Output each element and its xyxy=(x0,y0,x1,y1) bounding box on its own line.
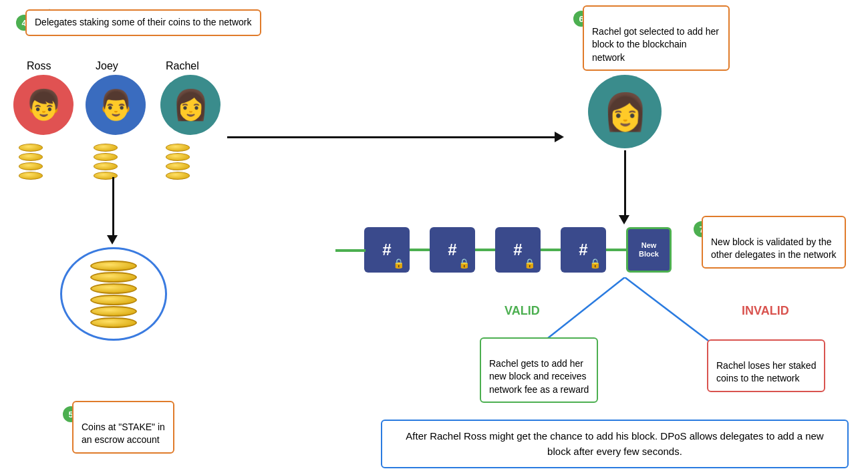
rachel-label-left: Rachel xyxy=(166,60,199,72)
block-1: # 🔒 xyxy=(364,227,410,273)
ross-label: Ross xyxy=(27,60,51,72)
joey-coins xyxy=(94,144,118,180)
rachel-avatar-left: 👩 xyxy=(160,75,221,135)
block-2: # 🔒 xyxy=(430,227,475,273)
bottom-box: After Rachel Ross might get the chance t… xyxy=(381,420,849,468)
delegates-down-arrow-line xyxy=(112,177,114,237)
svg-line-1 xyxy=(625,277,708,341)
step4-callout: Delegates staking some of their coins to… xyxy=(25,9,261,36)
step6-callout: Rachel got selected to add her block to … xyxy=(583,5,730,71)
blockchain-left-line xyxy=(335,249,366,252)
svg-line-0 xyxy=(545,277,625,341)
new-block: NewBlock xyxy=(626,227,672,273)
block-4: # 🔒 xyxy=(561,227,606,273)
ross-avatar: 👦 xyxy=(13,75,74,135)
rachel-down-arrow-head xyxy=(619,215,629,224)
joey-label: Joey xyxy=(96,60,118,72)
block-3: # 🔒 xyxy=(495,227,541,273)
escrow-oval xyxy=(60,247,167,341)
invalid-label: INVALID xyxy=(742,304,789,318)
rachel-coins-left xyxy=(166,144,190,180)
invalid-callout: Rachel loses her staked coins to the net… xyxy=(707,339,825,392)
valid-callout: Rachel gets to add her new block and rec… xyxy=(480,337,598,403)
joey-avatar: 👨 xyxy=(86,75,146,135)
valid-label: VALID xyxy=(504,304,540,318)
step7-callout: New block is validated by the other dele… xyxy=(702,216,846,269)
ross-coins xyxy=(19,144,43,180)
step5-callout: Coins at "STAKE" in an escrow account xyxy=(72,401,174,454)
delegates-to-rachel-arrow xyxy=(227,132,564,142)
blockchain-row: # 🔒 # 🔒 # 🔒 # 🔒 NewBlock xyxy=(364,227,672,273)
rachel-down-arrow-line xyxy=(624,150,626,217)
rachel-avatar-right: 👩 xyxy=(588,75,662,148)
delegates-down-arrow-head xyxy=(107,235,118,245)
